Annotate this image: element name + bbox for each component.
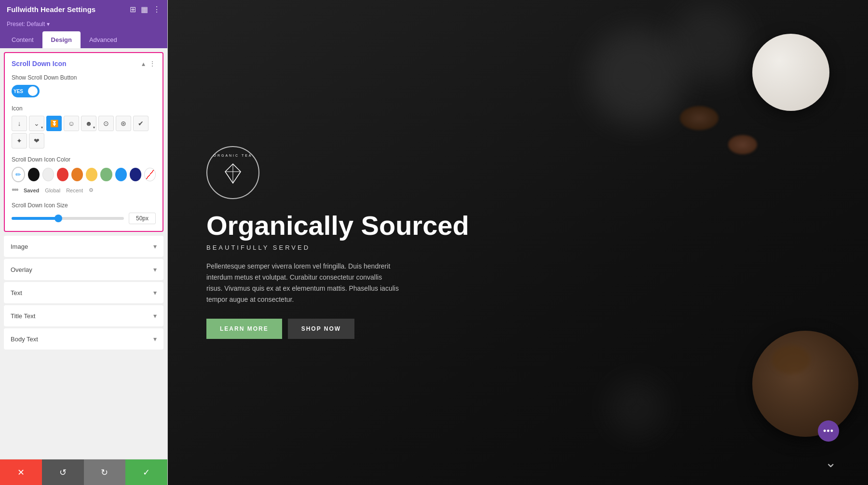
icon-chevron-double[interactable]: ⏬ [46,116,62,131]
redo-icon: ↻ [101,467,108,478]
logo-circle: ORGANIC TEA [206,146,259,199]
toggle-row: YES [12,85,156,97]
save-icon: ✓ [143,467,150,478]
color-white[interactable] [42,168,54,181]
undo-button[interactable]: ↺ [42,459,84,485]
toggle-yes-label: YES [14,89,23,94]
color-strikethrough[interactable] [144,168,156,181]
section-text[interactable]: Text ▾ [4,282,163,303]
scroll-down-chevron-icon: ⌄ [825,455,836,470]
section-body-text[interactable]: Body Text ▾ [4,328,163,350]
slider-fill [12,217,56,220]
preset-label: Preset: Default [7,21,45,27]
svg-line-3 [225,164,233,172]
svg-line-4 [233,164,241,172]
section-more-icon[interactable]: ⋮ [149,60,156,67]
section-text-label: Text [11,289,22,296]
slider-row: 50px [12,213,156,224]
color-blue[interactable] [115,168,127,181]
toggle-knob [28,86,38,96]
show-button-toggle[interactable]: YES [12,85,40,97]
slider-value[interactable]: 50px [129,213,156,224]
logo-text-top: ORGANIC TEA [213,154,252,157]
icon-arrow-down[interactable]: ↓ [12,116,27,131]
tab-content[interactable]: Content [3,31,42,48]
panel-header-icons: ⊞ ▦ ⋮ [130,5,161,14]
section-overlay-label: Overlay [11,266,32,273]
icon-heart[interactable]: ❤ [29,133,44,148]
preview-content: ORGANIC TEA Organically Sourced BEAUTIFU… [168,0,868,485]
grid-icon[interactable]: ⊞ [130,5,136,14]
cancel-icon: ✕ [17,467,25,478]
color-green[interactable] [100,168,112,181]
section-title-icons: ▴ ⋮ [142,60,156,67]
columns-icon[interactable]: ▦ [141,5,148,14]
panel-tabs: Content Design Advanced [0,31,167,48]
icon-label: Icon [12,105,156,112]
logo-leaf-icon [219,162,246,185]
section-title-text[interactable]: Title Text ▾ [4,305,163,326]
color-label: Scroll Down Icon Color [12,156,156,163]
collapse-icon[interactable]: ▴ [142,60,145,67]
section-image-label: Image [11,243,28,250]
scroll-down-icon-section: Scroll Down Icon ▴ ⋮ Show Scroll Down Bu… [4,52,163,232]
section-body-text-label: Body Text [11,336,38,343]
tab-advanced[interactable]: Advanced [81,31,126,48]
float-scroll-chevron[interactable]: ⌄ [825,455,836,471]
preset-chevron: ▾ [47,21,50,27]
color-tab-recent[interactable]: Recent [66,188,83,193]
pencil-icon: ✏ [15,171,21,178]
tab-design[interactable]: Design [42,31,81,48]
bottom-bar: ✕ ↺ ↻ ✓ [0,459,167,485]
slider-thumb[interactable] [54,215,62,222]
float-dots-button[interactable]: ••• [818,420,839,442]
color-yellow[interactable] [86,168,97,181]
section-image[interactable]: Image ▾ [4,236,163,257]
more-icon[interactable]: ⋮ [153,5,161,14]
color-tab-global[interactable]: Global [45,188,60,193]
icon-circle-check[interactable]: ✔ [133,116,149,131]
learn-more-button[interactable]: LEARN MORE [206,319,282,339]
icon-smiley[interactable]: ☺ [64,116,79,131]
text-chevron: ▾ [153,289,157,296]
panel-preset[interactable]: Preset: Default ▾ [0,19,167,31]
icon-circle-arrow[interactable]: ⊙ [98,116,114,131]
redo-button[interactable]: ↻ [84,459,126,485]
overlay-chevron: ▾ [153,266,157,273]
panel-title: Fullwidth Header Settings [7,5,95,13]
dots-icon: ••• [823,426,834,436]
color-dark-blue[interactable] [130,168,141,181]
slider-track[interactable] [12,217,124,220]
icon-smiley-drop[interactable]: ☻▾ [81,116,96,131]
save-button[interactable]: ✓ [125,459,167,485]
title-text-chevron: ▾ [153,312,157,320]
preview-buttons: LEARN MORE SHOP NOW [206,319,829,339]
color-settings-icon[interactable]: ⚙ [89,187,94,193]
panel-header: Fullwidth Header Settings ⊞ ▦ ⋮ [0,0,167,19]
left-panel: Fullwidth Header Settings ⊞ ▦ ⋮ Preset: … [0,0,168,485]
shop-now-button[interactable]: SHOP NOW [288,319,354,339]
color-more-dots[interactable]: ••• [12,185,18,195]
color-black[interactable] [28,168,40,181]
preview-body: Pellentesque semper viverra lorem vel fr… [206,261,399,305]
section-title-row: Scroll Down Icon ▴ ⋮ [12,60,156,67]
section-overlay[interactable]: Overlay ▾ [4,259,163,280]
icon-arrow-down-chevron[interactable]: ⌄▾ [29,116,44,131]
icon-grid: ↓ ⌄▾ ⏬ ☺ ☻▾ ⊙ ⊛ ✔ ✦ ❤ [12,116,156,148]
cancel-button[interactable]: ✕ [0,459,42,485]
panel-content: Scroll Down Icon ▴ ⋮ Show Scroll Down Bu… [0,48,167,459]
section-title: Scroll Down Icon [12,60,67,67]
show-button-label: Show Scroll Down Button [12,74,156,81]
color-orange[interactable] [71,168,83,181]
color-row: ✏ [12,167,156,182]
color-tab-saved[interactable]: Saved [24,188,39,193]
color-red[interactable] [57,168,68,181]
color-tabs-row: ••• Saved Global Recent ⚙ [12,185,156,195]
section-title-text-label: Title Text [11,312,35,320]
body-text-chevron: ▾ [153,335,157,343]
undo-icon: ↺ [59,467,67,478]
preview-heading: Organically Sourced [206,211,829,241]
icon-star[interactable]: ✦ [12,133,27,148]
icon-circle-down[interactable]: ⊛ [116,116,131,131]
color-pencil[interactable]: ✏ [12,167,25,182]
